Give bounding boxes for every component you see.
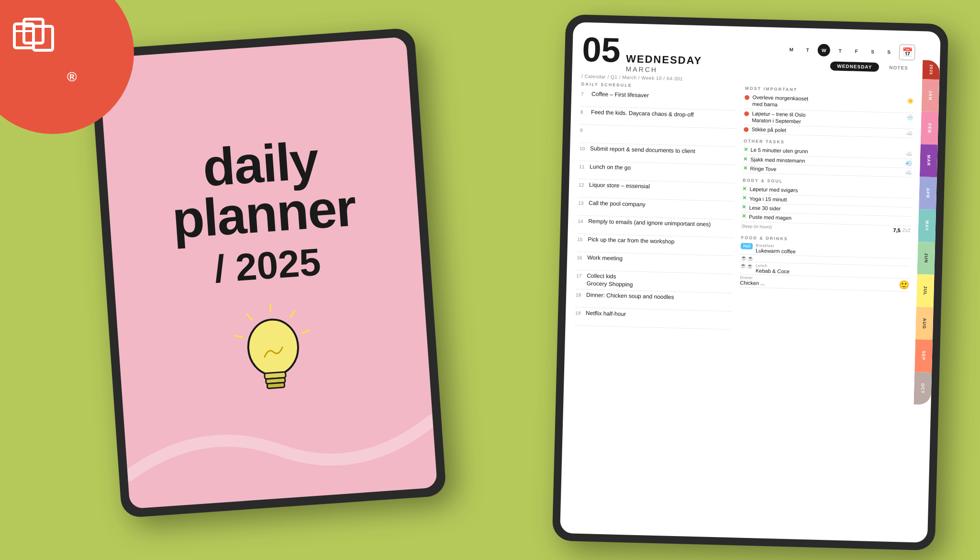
date-block: 05 WEDNESDAY MARCH	[581, 32, 702, 75]
other-task-text-1: Le 5 minutter uten grunn	[750, 146, 808, 155]
other-tasks-section: OTHER TASKS ✕ Le 5 minutter uten grunn ☁…	[743, 139, 913, 178]
weather-sun: ☀️	[907, 98, 914, 104]
tab-mar[interactable]: MAR	[920, 144, 938, 177]
registered-mark: ®	[67, 69, 77, 85]
svg-line-5	[270, 304, 271, 311]
schedule-text-11: Lunch on the go	[590, 163, 631, 172]
other-task-text-2: Sjakk med minstemann	[750, 156, 805, 164]
tab-2025[interactable]: 2025	[922, 60, 940, 79]
svg-line-6	[290, 311, 295, 317]
tab-wednesday[interactable]: WEDNESDAY	[830, 61, 879, 72]
weekday-T[interactable]: T	[801, 44, 814, 56]
calendar-icon[interactable]: 📅	[899, 44, 915, 61]
lunch-cup-1: ☕	[740, 263, 746, 268]
schedule-text-17: Collect kidsGrocery Shopping	[587, 272, 634, 289]
task-text-3: Stikke på polet	[752, 126, 787, 134]
task-x-1: ✕	[743, 146, 747, 153]
tab-sep[interactable]: SEP	[914, 339, 933, 372]
food-drinks-section: FOOD & DRINKS H₂O Breakfast Lukewarm cof…	[740, 235, 910, 291]
month-name: MARCH	[625, 65, 702, 75]
tab-feb[interactable]: FEB	[921, 112, 939, 145]
body-x-3: ✕	[742, 204, 746, 210]
two-col-layout: DAILY SCHEDULE 7 Coffee – First lifesave…	[570, 82, 914, 525]
time-16: 16	[577, 254, 587, 260]
schedule-text-19: Netflix half-hour	[586, 310, 626, 318]
task-text-1: Overleve morgenkaosetmed barna	[752, 94, 808, 109]
time-17: 17	[576, 272, 587, 279]
tab-jul[interactable]: JUL	[916, 274, 935, 307]
body-x-1: ✕	[742, 186, 746, 192]
schedule-text-16: Work meeting	[587, 254, 623, 263]
weather-cloud-3: ☁️	[905, 169, 912, 176]
cup-2: ☕	[747, 255, 753, 260]
weekday-S[interactable]: S	[866, 45, 879, 58]
h2o-badge: H₂O	[741, 243, 753, 249]
planner-year: / 2025	[213, 240, 322, 291]
sleep-value: 7,5	[893, 227, 901, 233]
planner-header: 05 WEDNESDAY MARCH M T W T F S S	[581, 32, 915, 80]
tablet-right-screen: 2025 JAN FEB MAR APR MAY JUN JUL AUG SEP…	[560, 22, 941, 543]
tab-apr[interactable]: APR	[919, 177, 937, 210]
weekday-T2[interactable]: T	[834, 44, 846, 57]
svg-line-9	[235, 335, 243, 338]
time-7: 7	[581, 90, 591, 97]
logo-icon	[10, 14, 67, 67]
dinner-content: Dinner Chicken ...	[740, 275, 896, 290]
cup-1: ☕	[741, 255, 746, 260]
tab-may[interactable]: MAY	[918, 209, 936, 242]
body-text-4: Puste med magen	[749, 213, 792, 222]
weather-cloud-2: ☁️	[905, 151, 913, 157]
left-column: DAILY SCHEDULE 7 Coffee – First lifesave…	[570, 82, 737, 520]
weekday-M[interactable]: M	[785, 43, 798, 56]
schedule-text-8: Feed the kids. Daycara chaos & drop-off	[591, 109, 694, 119]
time-13: 13	[578, 200, 589, 206]
schedule-text-10: Submit report & send documents to client	[590, 145, 695, 155]
body-text-1: Løpetur med svigørs	[749, 186, 798, 194]
tablet-left: daily planner / 2025	[89, 27, 447, 518]
tab-jan[interactable]: JAN	[921, 79, 939, 112]
body-soul-section: BODY & SOUL ✕ Løpetur med svigørs ✕ Yoga…	[741, 178, 912, 235]
body-text-3: Lese 30 sider	[749, 204, 780, 212]
svg-rect-13	[267, 382, 285, 388]
day-name-block: WEDNESDAY MARCH	[625, 53, 702, 75]
time-10: 10	[579, 145, 590, 152]
day-number: 05	[582, 32, 621, 67]
weekday-W-active[interactable]: W	[817, 44, 830, 57]
task-dot-3	[744, 127, 749, 132]
most-important-section: MOST IMPORTANT Overleve morgenkaosetmed …	[744, 86, 914, 139]
weather-rain: 🌧️	[906, 114, 913, 121]
sleep-zzz: ZzZ	[902, 227, 911, 233]
task-dot-2	[745, 111, 749, 116]
time-19: 19	[575, 310, 586, 316]
time-18: 18	[576, 291, 586, 298]
svg-point-10	[246, 318, 300, 377]
tab-oct[interactable]: OCT	[913, 372, 932, 405]
other-task-text-3: Ringe Tove	[750, 165, 776, 173]
coffee-cups: ☕ ☕	[741, 255, 753, 261]
schedule-text-12: Liquor store – essensial	[589, 181, 650, 190]
lunch-cups: ☕ ☕	[740, 263, 753, 269]
smiley-icon: 🙂	[899, 280, 910, 291]
schedule-text-14: Remply to emails (and ignore unimportant…	[588, 218, 711, 228]
task-x-3: ✕	[743, 165, 747, 171]
sleep-label: Sleep (in hours)	[741, 224, 772, 229]
tab-aug[interactable]: AUG	[915, 307, 934, 340]
right-column: MOST IMPORTANT Overleve morgenkaosetmed …	[734, 86, 914, 525]
weather-wind: 💨	[905, 160, 912, 167]
weekday-S2[interactable]: S	[882, 45, 895, 58]
schedule-text-18: Dinner: Chicken soup and noodles	[586, 291, 674, 301]
task-dot-1	[745, 95, 749, 100]
tab-jun[interactable]: JUN	[917, 242, 935, 275]
planner-title: daily planner	[167, 133, 357, 245]
time-15: 15	[577, 236, 588, 243]
task-text-2: Løpetur – trene til OsloMaraton i Septem…	[752, 110, 806, 125]
body-x-2: ✕	[742, 195, 746, 201]
tab-notes[interactable]: NOTES	[882, 63, 915, 73]
tablet-left-screen: daily planner / 2025	[99, 37, 437, 509]
week-nav: M T W T F S S 📅	[785, 41, 915, 61]
time-14: 14	[578, 218, 588, 224]
schedule-row-19: 19 Netflix half-hour	[575, 308, 732, 330]
time-8: 8	[580, 109, 591, 115]
weekday-F[interactable]: F	[850, 45, 863, 57]
time-9: 9	[580, 127, 590, 134]
